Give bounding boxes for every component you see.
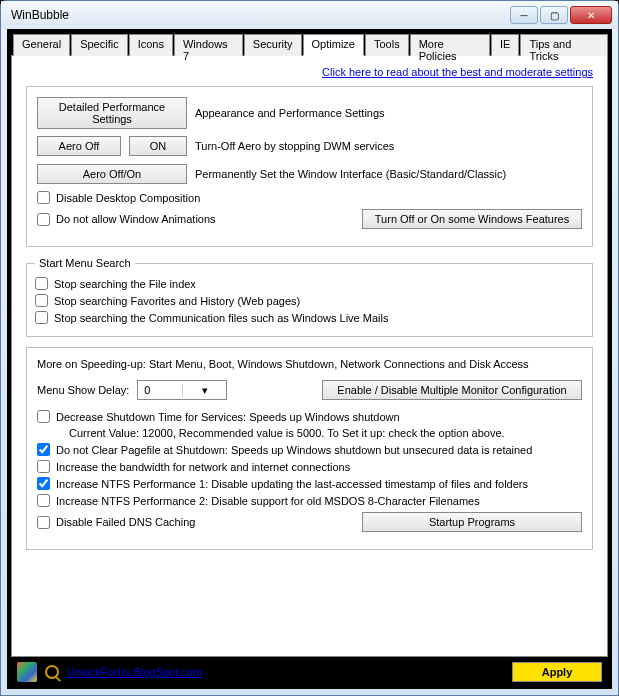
bandwidth-checkbox[interactable] bbox=[37, 460, 50, 473]
stop-favorites-checkbox[interactable] bbox=[35, 294, 48, 307]
tab-icons[interactable]: Icons bbox=[129, 34, 173, 56]
start-menu-legend: Start Menu Search bbox=[35, 257, 135, 269]
startup-programs-button[interactable]: Startup Programs bbox=[362, 512, 582, 532]
chevron-down-icon: ▾ bbox=[182, 384, 227, 397]
minimize-button[interactable]: ─ bbox=[510, 6, 538, 24]
tab-ie[interactable]: IE bbox=[491, 34, 519, 56]
disable-composition-checkbox[interactable] bbox=[37, 191, 50, 204]
ntfs2-label: Increase NTFS Performance 2: Disable sup… bbox=[56, 495, 480, 507]
bandwidth-label: Increase the bandwidth for network and i… bbox=[56, 461, 350, 473]
detailed-perf-button[interactable]: Detailed Performance Settings bbox=[37, 97, 187, 129]
tab-more-policies[interactable]: More Policies bbox=[410, 34, 490, 56]
ntfs1-label: Increase NTFS Performance 1: Disable upd… bbox=[56, 478, 528, 490]
speeding-up-heading: More on Speeding-up: Start Menu, Boot, W… bbox=[37, 358, 582, 370]
stop-file-index-checkbox[interactable] bbox=[35, 277, 48, 290]
tab-tools[interactable]: Tools bbox=[365, 34, 409, 56]
disable-composition-label: Disable Desktop Composition bbox=[56, 192, 200, 204]
menu-delay-label: Menu Show Delay: bbox=[37, 384, 129, 396]
windows-features-button[interactable]: Turn Off or On some Windows Features bbox=[362, 209, 582, 229]
aero-on-button[interactable]: ON bbox=[129, 136, 187, 156]
pagefile-checkbox[interactable] bbox=[37, 443, 50, 456]
window-buttons: ─ ▢ ✕ bbox=[510, 6, 612, 24]
no-animations-label: Do not allow Window Animations bbox=[56, 213, 216, 225]
dns-checkbox[interactable] bbox=[37, 516, 50, 529]
detailed-perf-label: Appearance and Performance Settings bbox=[195, 107, 385, 119]
performance-group: Detailed Performance Settings Appearance… bbox=[26, 86, 593, 247]
client-area: General Specific Icons Windows 7 Securit… bbox=[7, 29, 612, 689]
speeding-up-group: More on Speeding-up: Start Menu, Boot, W… bbox=[26, 347, 593, 550]
tab-content: Click here to read about the best and mo… bbox=[11, 55, 608, 657]
best-settings-link[interactable]: Click here to read about the best and mo… bbox=[322, 66, 593, 78]
stop-favorites-label: Stop searching Favorites and History (We… bbox=[54, 295, 300, 307]
apply-button[interactable]: Apply bbox=[512, 662, 602, 682]
shutdown-sub-label: Current Value: 12000, Recommended value … bbox=[69, 427, 582, 439]
aero-toggle-button[interactable]: Aero Off/On bbox=[37, 164, 187, 184]
start-menu-search-group: Start Menu Search Stop searching the Fil… bbox=[26, 257, 593, 337]
tab-general[interactable]: General bbox=[13, 34, 70, 56]
aero-off-button[interactable]: Aero Off bbox=[37, 136, 121, 156]
pagefile-label: Do not Clear Pagefile at Shutdown: Speed… bbox=[56, 444, 532, 456]
tab-specific[interactable]: Specific bbox=[71, 34, 128, 56]
menu-delay-combo[interactable]: 0 ▾ bbox=[137, 380, 227, 400]
tab-strip: General Specific Icons Windows 7 Securit… bbox=[11, 33, 608, 55]
decrease-shutdown-checkbox[interactable] bbox=[37, 410, 50, 423]
aero-label: Turn-Off Aero by stopping DWM services bbox=[195, 140, 394, 152]
maximize-button[interactable]: ▢ bbox=[540, 6, 568, 24]
windows-logo-icon bbox=[17, 662, 37, 682]
perm-interface-label: Permanently Set the Window Interface (Ba… bbox=[195, 168, 506, 180]
app-window: WinBubble ─ ▢ ✕ General Specific Icons W… bbox=[0, 0, 619, 696]
magnifier-icon bbox=[45, 665, 59, 679]
footer-link[interactable]: UnlockForUs.BlogSpot.com bbox=[67, 666, 202, 678]
tab-optimize[interactable]: Optimize bbox=[303, 34, 364, 56]
decrease-shutdown-label: Decrease Shutdown Time for Services: Spe… bbox=[56, 411, 400, 423]
menu-delay-value: 0 bbox=[138, 384, 182, 396]
window-title: WinBubble bbox=[7, 8, 510, 22]
titlebar[interactable]: WinBubble ─ ▢ ✕ bbox=[1, 1, 618, 29]
stop-file-index-label: Stop searching the File index bbox=[54, 278, 196, 290]
close-button[interactable]: ✕ bbox=[570, 6, 612, 24]
tab-security[interactable]: Security bbox=[244, 34, 302, 56]
ntfs1-checkbox[interactable] bbox=[37, 477, 50, 490]
monitor-config-button[interactable]: Enable / Disable Multiple Monitor Config… bbox=[322, 380, 582, 400]
tab-windows7[interactable]: Windows 7 bbox=[174, 34, 243, 56]
stop-comm-checkbox[interactable] bbox=[35, 311, 48, 324]
no-animations-checkbox[interactable] bbox=[37, 213, 50, 226]
footer: UnlockForUs.BlogSpot.com Apply bbox=[11, 659, 608, 685]
ntfs2-checkbox[interactable] bbox=[37, 494, 50, 507]
stop-comm-label: Stop searching the Communication files s… bbox=[54, 312, 388, 324]
dns-label: Disable Failed DNS Caching bbox=[56, 516, 195, 528]
tab-tips[interactable]: Tips and Tricks bbox=[520, 34, 608, 56]
